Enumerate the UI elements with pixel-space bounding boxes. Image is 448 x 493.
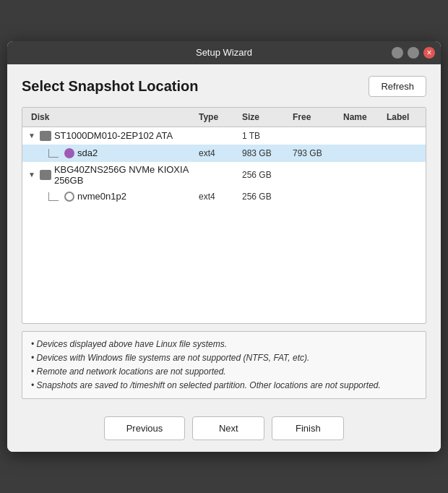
partition-label-val	[384, 152, 420, 155]
disk2-label-name	[340, 173, 384, 176]
header-row: Select Snapshot Location Refresh	[22, 76, 426, 97]
info-line-2: • Devices with Windows file systems are …	[31, 351, 417, 365]
disk-type	[196, 134, 239, 137]
setup-wizard-window: Setup Wizard Select Snapshot Location Re…	[7, 41, 441, 453]
page-title: Select Snapshot Location	[22, 78, 198, 95]
chevron-down-icon: ▼	[28, 171, 35, 179]
table-row[interactable]: ▼ ST1000DM010-2EP102 ATA 1 TB	[22, 127, 426, 145]
minimize-button[interactable]	[392, 47, 403, 59]
close-button[interactable]	[423, 47, 435, 59]
nvme-partition-name: nvme0n1p2	[77, 191, 126, 202]
disk-size: 1 TB	[239, 129, 290, 142]
previous-button[interactable]: Previous	[104, 416, 186, 440]
partition-size: 983 GB	[239, 147, 290, 160]
radio-selected-icon	[64, 148, 74, 158]
next-button[interactable]: Next	[192, 416, 264, 440]
titlebar: Setup Wizard	[7, 41, 441, 64]
disk2-label-val	[384, 173, 420, 176]
nvme-type: ext4	[196, 190, 239, 203]
partition-label-name	[340, 152, 384, 155]
disk-label-val	[384, 134, 420, 137]
window-title: Setup Wizard	[196, 47, 252, 58]
maximize-button[interactable]	[408, 47, 419, 59]
table-row[interactable]: ▼ KBG40ZNS256G NVMe KIOXIA 256GB 256 GB	[22, 162, 426, 188]
disk2-label: ▼ KBG40ZNS256G NVMe KIOXIA 256GB	[28, 164, 196, 186]
nvme-size: 256 GB	[239, 190, 290, 203]
col-type: Type	[196, 111, 239, 124]
partition-type: ext4	[196, 147, 239, 160]
info-box: • Devices displayed above have Linux fil…	[22, 331, 426, 400]
col-size: Size	[239, 111, 290, 124]
partition-name: sda2	[77, 147, 98, 158]
chevron-down-icon: ▼	[28, 132, 35, 140]
partition-free: 793 GB	[290, 147, 340, 160]
footer: Previous Next Finish	[7, 408, 441, 452]
disk2-name: KBG40ZNS256G NVMe KIOXIA 256GB	[54, 164, 196, 186]
nvme-label-val	[384, 195, 420, 198]
info-line-4: • Snapshots are saved to /timeshift on s…	[31, 379, 417, 393]
disk-name: ST1000DM010-2EP102 ATA	[54, 130, 173, 141]
partition-label: sda2	[28, 147, 196, 158]
radio-empty-icon	[64, 192, 74, 202]
col-disk: Disk	[28, 111, 196, 124]
disk-label-name	[340, 134, 384, 137]
window-controls	[392, 47, 435, 59]
table-row[interactable]: sda2 ext4 983 GB 793 GB	[22, 145, 426, 162]
nvme-free	[290, 195, 340, 198]
disk-table: Disk Type Size Free Name Label ▼ ST1000D…	[22, 107, 426, 324]
info-line-3: • Remote and network locations are not s…	[31, 365, 417, 379]
nvme-partition-label: nvme0n1p2	[28, 191, 196, 202]
refresh-button[interactable]: Refresh	[369, 76, 426, 97]
col-free: Free	[290, 111, 340, 124]
col-name: Name	[340, 111, 384, 124]
table-header: Disk Type Size Free Name Label	[22, 108, 426, 127]
disk-label: ▼ ST1000DM010-2EP102 ATA	[28, 130, 196, 141]
finish-button[interactable]: Finish	[272, 416, 344, 440]
disk-free	[290, 134, 340, 137]
disk2-free	[290, 173, 340, 176]
disk2-size: 256 GB	[239, 168, 290, 181]
nvme-label-name	[340, 195, 384, 198]
disk2-type	[196, 173, 239, 176]
main-content: Select Snapshot Location Refresh Disk Ty…	[7, 64, 441, 408]
col-label: Label	[384, 111, 420, 124]
table-row[interactable]: nvme0n1p2 ext4 256 GB	[22, 188, 426, 205]
info-line-1: • Devices displayed above have Linux fil…	[31, 338, 417, 351]
